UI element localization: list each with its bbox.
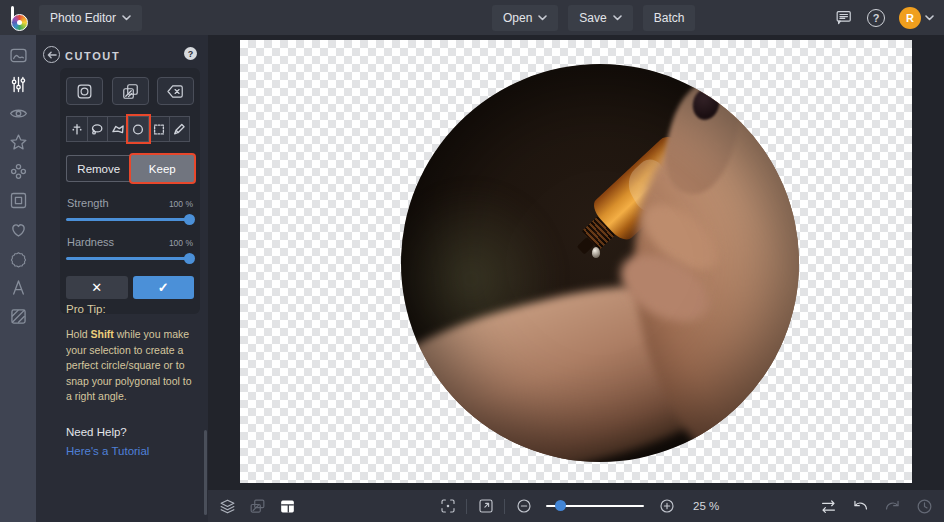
circle-select-tool-icon[interactable]: [128, 116, 150, 142]
sidebar-item-frames-icon[interactable]: [8, 190, 29, 211]
keep-mode-button[interactable]: Keep: [131, 155, 195, 182]
pro-tip-title: Pro Tip:: [66, 303, 199, 315]
invert-selection-tool-icon[interactable]: [112, 77, 149, 105]
batch-label: Batch: [654, 11, 685, 25]
panel-help-icon[interactable]: ?: [184, 47, 197, 60]
help-icon[interactable]: ?: [867, 9, 885, 27]
fullscreen-icon[interactable]: [476, 497, 495, 516]
cutout-tool-card: Remove Keep Strength 100 % Hardness 100 …: [60, 68, 200, 314]
template-grid-icon[interactable]: [278, 497, 297, 516]
compare-icon[interactable]: [819, 497, 838, 516]
wand-tool-icon[interactable]: [66, 116, 88, 142]
panel-scrollbar[interactable]: [204, 430, 207, 515]
hardness-slider-thumb[interactable]: [184, 253, 195, 264]
question-glyph: ?: [188, 49, 194, 59]
avatar-initial: R: [906, 12, 914, 24]
hardness-value: 100 %: [169, 238, 193, 248]
zoom-slider[interactable]: [546, 505, 644, 508]
sidebar-item-graphics-heart-icon[interactable]: [8, 219, 29, 240]
strength-slider-block: Strength 100 %: [66, 197, 194, 221]
question-glyph: ?: [873, 12, 880, 24]
bottom-bar-right: [819, 490, 934, 522]
app-menu-label: Photo Editor: [50, 11, 116, 25]
save-button[interactable]: Save: [568, 5, 632, 31]
top-bar: Photo Editor Open Save Batch: [0, 0, 944, 35]
confirm-row: ✕ ✓: [66, 276, 194, 299]
chevron-down-icon: [122, 15, 131, 21]
pro-tip-body: Hold Shift while you make your selection…: [66, 327, 199, 405]
cancel-button[interactable]: ✕: [66, 276, 128, 299]
bottom-bar-left: [218, 490, 297, 522]
hardness-label: Hardness: [67, 236, 114, 248]
need-help-label: Need Help?: [66, 426, 199, 438]
strength-slider-thumb[interactable]: [184, 214, 195, 225]
history-icon[interactable]: [915, 497, 934, 516]
divider: [504, 499, 505, 514]
pen-tool-icon[interactable]: [169, 116, 191, 142]
check-icon: ✓: [158, 281, 169, 294]
save-label: Save: [579, 11, 606, 25]
chevron-down-icon: [613, 15, 622, 21]
fit-to-screen-icon[interactable]: [438, 497, 457, 516]
avatar: R: [899, 7, 921, 29]
sidebar-item-photo-edit-icon[interactable]: [8, 45, 29, 66]
feedback-chat-icon[interactable]: [834, 8, 853, 27]
sidebar-item-adjustments-icon[interactable]: [8, 74, 29, 95]
remove-mode-button[interactable]: Remove: [66, 155, 131, 182]
arrow-left-icon: [47, 51, 57, 59]
image-manager-icon[interactable]: [248, 497, 267, 516]
module-sidebar: [0, 35, 36, 522]
top-bar-center: Open Save Batch: [492, 0, 695, 35]
photo-editor-app: Photo Editor Open Save Batch: [0, 0, 944, 522]
strength-label: Strength: [67, 197, 109, 209]
polygon-lasso-tool-icon[interactable]: [107, 116, 129, 142]
account-menu[interactable]: R: [899, 7, 934, 29]
undo-icon[interactable]: [851, 497, 870, 516]
hardness-slider[interactable]: [66, 257, 194, 260]
zoom-controls: 25 %: [438, 490, 719, 522]
mode-toggle: Remove Keep: [66, 155, 194, 182]
open-button[interactable]: Open: [492, 5, 558, 31]
lasso-tool-icon[interactable]: [87, 116, 109, 142]
sidebar-item-textures-icon[interactable]: [8, 306, 29, 327]
zoom-level: 25 %: [693, 500, 719, 512]
batch-button[interactable]: Batch: [643, 5, 696, 31]
zoom-out-icon[interactable]: [514, 497, 533, 516]
close-icon: ✕: [91, 281, 102, 294]
chevron-down-icon: [538, 15, 547, 21]
divider: [466, 499, 467, 514]
cutout-photo: [401, 64, 799, 462]
shape-cutout-tool-icon[interactable]: [66, 77, 103, 105]
open-label: Open: [503, 11, 532, 25]
zoom-in-icon[interactable]: [657, 497, 676, 516]
cutout-panel: CUTOUT ?: [36, 35, 208, 522]
sidebar-item-touchup-dots-icon[interactable]: [8, 161, 29, 182]
sidebar-item-effects-eye-icon[interactable]: [8, 103, 29, 124]
redo-icon[interactable]: [883, 497, 902, 516]
sidebar-item-text-icon[interactable]: [8, 277, 29, 298]
editing-canvas[interactable]: [240, 40, 912, 483]
photo-vignette: [401, 64, 799, 462]
cutout-panel-header: CUTOUT ?: [36, 35, 208, 67]
pro-tip-text: Hold: [66, 328, 91, 340]
hardness-slider-block: Hardness 100 %: [66, 236, 194, 260]
sidebar-item-artsy-star-icon[interactable]: [8, 132, 29, 153]
apply-button[interactable]: ✓: [133, 276, 195, 299]
layers-icon[interactable]: [218, 497, 237, 516]
tutorial-link[interactable]: Here's a Tutorial: [66, 445, 199, 457]
primary-tools-row: [66, 77, 194, 105]
pro-tip-shift-key: Shift: [91, 328, 114, 340]
strength-value: 100 %: [169, 199, 193, 209]
canvas-area: [208, 35, 944, 490]
rectangle-marquee-tool-icon[interactable]: [148, 116, 170, 142]
befunky-logo[interactable]: [8, 5, 32, 31]
zoom-slider-thumb[interactable]: [555, 500, 566, 511]
back-button[interactable]: [43, 46, 60, 63]
erase-tool-icon[interactable]: [157, 77, 194, 105]
sidebar-item-overlays-badge-icon[interactable]: [8, 248, 29, 269]
bottom-bar: 25 %: [208, 490, 944, 522]
app-menu-button[interactable]: Photo Editor: [39, 5, 142, 31]
strength-slider[interactable]: [66, 218, 194, 221]
top-bar-right: ? R: [834, 0, 934, 35]
pro-tip-section: Pro Tip: Hold Shift while you make your …: [66, 303, 199, 457]
